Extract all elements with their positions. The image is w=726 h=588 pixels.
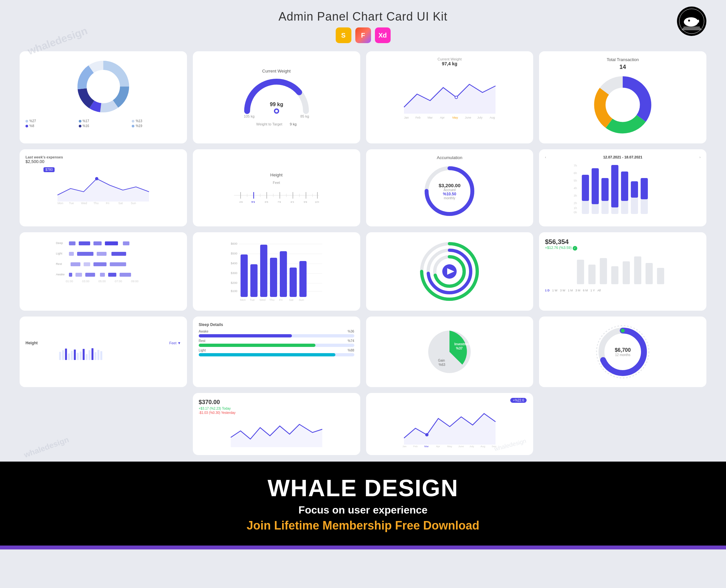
- svg-text:$400: $400: [231, 262, 237, 265]
- weekly-bar-card: ‹ 12.07.2021 - 18.07.2021 › 7h 6h 5h 4h …: [539, 149, 706, 226]
- trend-line-card: +%22.6 Jan Feb Mar Apr May June July Aug…: [366, 393, 533, 455]
- svg-rect-116: [120, 273, 131, 277]
- svg-rect-115: [108, 273, 116, 277]
- svg-point-2: [688, 20, 690, 22]
- period-all[interactable]: All: [598, 289, 601, 292]
- expenses-title: Last week's expenses: [25, 155, 181, 159]
- svg-text:4'8: 4'8: [239, 201, 243, 204]
- svg-text:8'3: 8'3: [290, 201, 294, 204]
- svg-rect-168: [71, 351, 73, 360]
- svg-text:3h: 3h: [574, 194, 577, 197]
- expenses-tooltip: $780: [43, 167, 55, 172]
- height-bottom-title: Height: [25, 341, 38, 345]
- period-3m[interactable]: 3 M: [575, 289, 580, 292]
- height-unit: Feet: [273, 181, 280, 185]
- weight-min: 105 kg: [244, 114, 255, 118]
- sleep-details-title: Sleep Details: [199, 322, 354, 327]
- weight-target: 9 kg: [290, 122, 297, 126]
- period-1y[interactable]: 1 Y: [590, 289, 594, 292]
- svg-rect-178: [100, 351, 102, 360]
- svg-rect-112: [76, 273, 82, 277]
- svg-rect-170: [77, 353, 79, 360]
- weight-max: 85 kg: [300, 114, 309, 118]
- svg-rect-139: [289, 268, 297, 297]
- svg-text:Feb: Feb: [413, 445, 418, 448]
- svg-text:Awake: Awake: [56, 273, 65, 276]
- svg-text:Apr: Apr: [436, 445, 440, 448]
- nav-next[interactable]: ›: [700, 155, 701, 159]
- banner-cta: Join Lifetime Membership Free Download: [0, 519, 726, 532]
- svg-text:1h: 1h: [574, 207, 577, 210]
- sleep-chart-card: Deep Light Rest Awake 01:: [20, 232, 187, 311]
- svg-text:$100: $100: [231, 289, 237, 293]
- svg-text:Sun: Sun: [299, 298, 304, 301]
- svg-text:$500: $500: [231, 252, 237, 255]
- svg-rect-171: [80, 352, 82, 360]
- sleep-light-label: Light: [199, 349, 206, 352]
- svg-text:5'3: 5'3: [251, 201, 255, 204]
- svg-text:Apr: Apr: [440, 116, 444, 119]
- stock-value-card: $370.00 +$3.17 (%2.23) Today -$1.03 (%0.…: [193, 393, 360, 455]
- svg-rect-80: [611, 165, 619, 207]
- svg-text:0h: 0h: [574, 211, 577, 214]
- savings-period: 12 months: [615, 353, 631, 357]
- accumulation-monthly: %10.50: [439, 192, 461, 196]
- bar-chart2-card: $600 $500 $400 $300 $200 $100 Mon Tue We: [193, 232, 360, 311]
- svg-rect-101: [105, 241, 118, 245]
- svg-point-13: [87, 70, 120, 103]
- svg-rect-156: [577, 260, 584, 284]
- svg-text:$200: $200: [231, 281, 237, 285]
- nav-prev[interactable]: ‹: [545, 155, 546, 159]
- period-3w[interactable]: 3 W: [560, 289, 565, 292]
- svg-rect-160: [623, 261, 630, 284]
- accumulation-title: Accumulation: [437, 155, 462, 160]
- svg-rect-136: [260, 245, 267, 297]
- svg-rect-140: [299, 261, 307, 297]
- stock-change1: +$3.17 (%2.23) Today: [199, 407, 354, 410]
- stock-change2: -$1.03 (%0.30) Yesterday: [199, 411, 354, 415]
- sleep-awake-value: %36: [347, 330, 354, 333]
- height-ruler-title: Height: [270, 172, 283, 177]
- svg-rect-113: [85, 273, 95, 277]
- svg-rect-138: [280, 251, 287, 297]
- svg-rect-169: [74, 350, 76, 360]
- purple-strip: [0, 546, 726, 549]
- svg-rect-164: [59, 352, 61, 360]
- svg-text:June: June: [464, 116, 471, 119]
- period-1d[interactable]: 1 D: [545, 289, 549, 292]
- sleep-light-value: %88: [347, 349, 354, 352]
- weight-gauge-card: Current Weight 99 kg 105 kg 85 kg Weight…: [193, 51, 360, 143]
- accumulation-card: Accumulation $3,200.00 Accrued %10.50 mo…: [366, 149, 533, 226]
- period-1w[interactable]: 1 W: [552, 289, 557, 292]
- svg-text:07:00: 07:00: [115, 280, 122, 283]
- svg-rect-98: [69, 241, 76, 245]
- weight-line-title: Current Weight: [372, 57, 528, 61]
- svg-rect-76: [592, 168, 599, 204]
- sleep-rest-label: Rest: [199, 339, 206, 343]
- svg-text:May: May: [447, 445, 452, 448]
- banner-tagline: Focus on user experience: [0, 504, 726, 516]
- height-bottom-unit: Feet ▼: [169, 341, 181, 345]
- weight-line-card: Current Weight 97,4 kg Jan Feb Mar Apr M…: [366, 51, 533, 143]
- period-1m[interactable]: 1 M: [568, 289, 573, 292]
- svg-text:Wed: Wed: [81, 202, 87, 205]
- savings-value: $6,700: [615, 347, 631, 353]
- svg-point-190: [425, 433, 428, 436]
- weekly-bar-title: 12.07.2021 - 18.07.2021: [603, 155, 642, 159]
- svg-text:Rest: Rest: [56, 262, 62, 266]
- period-6m[interactable]: 6 M: [583, 289, 588, 292]
- svg-marker-189: [404, 414, 495, 445]
- svg-text:01:00: 01:00: [66, 280, 73, 283]
- svg-marker-188: [231, 424, 322, 447]
- svg-text:4h: 4h: [574, 187, 577, 190]
- accumulation-label: Accrued: [439, 188, 461, 192]
- svg-rect-167: [68, 354, 70, 360]
- svg-rect-114: [100, 273, 105, 277]
- svg-rect-106: [112, 252, 126, 256]
- svg-text:6'6: 6'6: [265, 201, 268, 204]
- svg-text:Mon: Mon: [240, 298, 246, 301]
- sleep-rest-value: %74: [347, 339, 354, 343]
- svg-text:Light: Light: [56, 252, 62, 255]
- svg-rect-110: [110, 262, 126, 266]
- svg-rect-109: [94, 262, 106, 266]
